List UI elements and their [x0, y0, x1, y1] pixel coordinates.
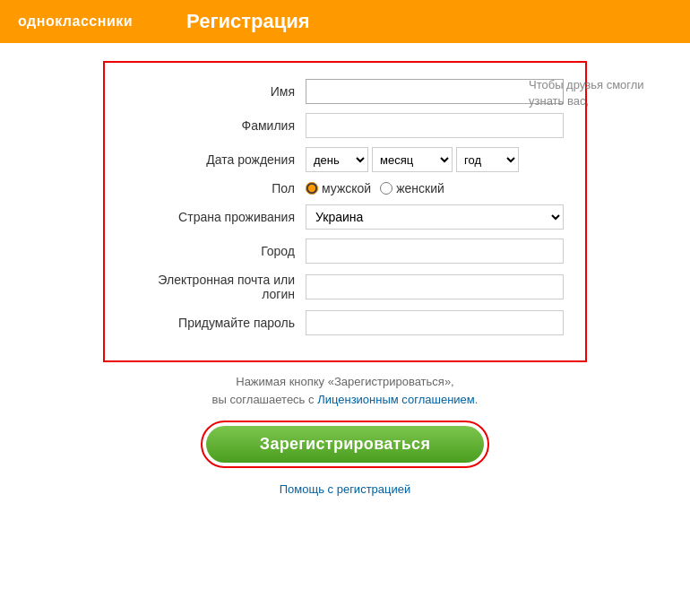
main-content: Имя Фамилия Дата рождения день месяц [0, 43, 690, 616]
license-link[interactable]: Лицензионным соглашением [317, 393, 475, 406]
surname-input[interactable] [306, 113, 564, 138]
gender-male-text: мужской [322, 181, 371, 195]
page-title: Регистрация [186, 10, 310, 33]
city-row: Город [126, 239, 564, 264]
surname-row: Фамилия [126, 113, 564, 138]
register-btn-wrapper: Зарегистрироваться [201, 421, 489, 468]
gender-row: Пол мужской женский [126, 181, 564, 195]
gender-options: мужской женский [306, 181, 444, 195]
country-select[interactable]: Украина Россия Беларусь Казахстан [306, 204, 564, 230]
logo: одноклассники [18, 13, 133, 30]
registration-form: Имя Фамилия Дата рождения день месяц [103, 61, 587, 362]
password-input[interactable] [306, 310, 564, 335]
gender-male-radio[interactable] [306, 182, 318, 195]
city-label: Город [126, 244, 306, 258]
name-label: Имя [126, 84, 306, 99]
dob-year-select[interactable]: год [456, 147, 519, 172]
email-row: Электронная почта или логин [126, 273, 564, 301]
gender-label: Пол [126, 181, 306, 195]
dob-day-select[interactable]: день [306, 147, 368, 172]
hint-text: Чтобы друзья смогли узнать вас, [529, 77, 681, 109]
form-wrapper: Имя Фамилия Дата рождения день месяц [0, 61, 690, 373]
password-row: Придумайте пароль [126, 310, 564, 335]
name-row: Имя [126, 79, 564, 104]
dob-selects: день месяц год [306, 147, 519, 172]
header: одноклассники Регистрация [0, 0, 690, 43]
city-input[interactable] [306, 239, 564, 264]
email-input[interactable] [306, 274, 564, 299]
country-label: Страна проживания [126, 210, 306, 224]
dob-row: Дата рождения день месяц год [126, 147, 564, 172]
surname-label: Фамилия [126, 118, 306, 133]
dob-label: Дата рождения [126, 152, 306, 167]
name-input[interactable] [306, 79, 564, 104]
help-link[interactable]: Помощь с регистрацией [280, 482, 411, 496]
gender-female-label[interactable]: женский [380, 181, 444, 195]
country-row: Страна проживания Украина Россия Беларус… [126, 204, 564, 230]
agreement-text: Нажимая кнопку «Зарегистрироваться», вы … [212, 373, 479, 408]
password-label: Придумайте пароль [126, 316, 306, 330]
gender-female-radio[interactable] [380, 182, 392, 195]
dob-month-select[interactable]: месяц [372, 147, 453, 172]
email-label: Электронная почта или логин [126, 273, 306, 301]
register-button[interactable]: Зарегистрироваться [206, 426, 484, 463]
gender-female-text: женский [396, 181, 444, 195]
gender-male-label[interactable]: мужской [306, 181, 371, 195]
